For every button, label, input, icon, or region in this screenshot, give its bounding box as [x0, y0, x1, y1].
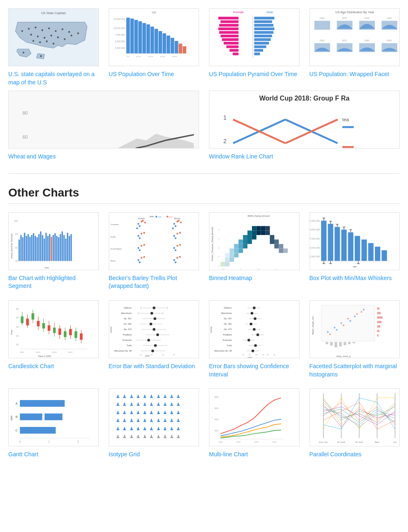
chart-item-us-population-wrapped[interactable]: US Age Distribution By Year 1850 1870 19… — [310, 8, 400, 86]
chart-item-us-population-pyramid[interactable]: Female Male — [209, 8, 300, 86]
svg-rect-120 — [342, 126, 354, 128]
svg-rect-305 — [26, 319, 29, 325]
chart-item-wheat-wages[interactable]: 80 60 40 20 1565 1650 1760 Wheat and Wag… — [8, 91, 199, 161]
svg-text:♟: ♟ — [143, 410, 147, 415]
svg-point-175 — [142, 220, 144, 221]
svg-rect-81 — [314, 21, 330, 30]
svg-rect-247 — [261, 226, 265, 230]
svg-text:Svansota: Svansota — [223, 339, 232, 341]
svg-rect-274 — [361, 240, 367, 261]
svg-text:7,500,000: 7,500,000 — [115, 34, 125, 36]
svg-text:♟: ♟ — [129, 434, 133, 439]
svg-text:variety: variety — [110, 326, 112, 333]
svg-text:♟: ♟ — [129, 426, 133, 431]
chart-item-us-state-capitals[interactable]: US State Capitals — [8, 8, 99, 86]
chart-title-us-population-time[interactable]: US Population Over Time — [109, 70, 199, 79]
chart-item-gantt[interactable]: A B C task 0 1 2 Gantt Chart — [8, 388, 99, 459]
chart-title-candlestick[interactable]: Candlestick Chart — [8, 362, 99, 371]
svg-point-181 — [178, 220, 179, 221]
chart-title-wheat-wages[interactable]: Wheat and Wages — [8, 153, 199, 161]
svg-text:Date in 2009: Date in 2009 — [38, 355, 51, 357]
chart-title-multi-line[interactable]: Multi-line Chart — [209, 451, 300, 459]
svg-rect-158 — [62, 231, 63, 261]
svg-rect-434 — [377, 334, 378, 336]
svg-text:30: 30 — [262, 354, 264, 356]
svg-text:10,000,000: 10,000,000 — [113, 27, 125, 29]
svg-text:Glabron: Glabron — [224, 307, 232, 309]
chart-title-bar-highlighted[interactable]: Bar Chart with Highlighted Segment — [8, 274, 99, 290]
svg-rect-67 — [254, 20, 272, 23]
chart-title-parallel-coords[interactable]: Parallel Coordinates — [310, 451, 400, 459]
svg-text:2002: 2002 — [237, 441, 241, 443]
svg-text:2: 2 — [77, 440, 79, 443]
chart-item-parallel-coords[interactable]: body_mass bill_length bill_depth flipper… — [310, 388, 400, 459]
chart-item-isotype[interactable]: ♟ ♟ ♟ ♟ ♟ ♟ ♟ ♟ ♟ ♟ ♟ ♟ ♟ ♟ ♟ ♟ ♟ ♟ ♟ ♟ — [109, 388, 199, 459]
chart-item-us-population-time[interactable]: age 12,500,000 10,000,000 7,500,000 5,00… — [109, 8, 199, 86]
chart-title-error-bar-ci[interactable]: Error Bars showing Confidence Interval — [209, 362, 300, 379]
svg-point-176 — [136, 228, 137, 229]
svg-text:20: 20 — [16, 326, 19, 328]
chart-item-candlestick[interactable]: 30 25 20 15 10 — [8, 300, 99, 379]
chart-title-facetted-scatter[interactable]: Facetted Scatterplot with marginal histo… — [310, 362, 400, 379]
chart-item-error-bar-std[interactable]: Glabron Manchuria No. 457 No. 462 No. 47… — [109, 300, 199, 379]
svg-text:Manchuria: Manchuria — [121, 312, 131, 314]
chart-item-multi-line[interactable]: 800 600 400 200 2000 2002 2006 2010 — [209, 388, 300, 459]
svg-rect-75 — [254, 49, 263, 51]
svg-point-17 — [39, 41, 41, 43]
chart-title-box-plot[interactable]: Box Plot with Min/Max Whiskers — [310, 274, 400, 283]
svg-text:♟: ♟ — [136, 434, 140, 439]
chart-title-gantt[interactable]: Gantt Chart — [8, 451, 99, 459]
chart-title-binned-heatmap[interactable]: Binned Heatmap — [209, 274, 300, 283]
chart-item-error-bar-ci[interactable]: Glabron Manchuria No. 457 No. 462 No. 47… — [209, 300, 300, 379]
svg-rect-235 — [243, 244, 247, 249]
chart-title-error-bar-std[interactable]: Error Bar with Standard Deviation — [109, 362, 199, 371]
svg-text:♟: ♟ — [143, 434, 147, 439]
svg-text:♟: ♟ — [149, 426, 154, 431]
svg-text:♟: ♟ — [170, 394, 174, 399]
chart-item-window-rank[interactable]: World Cup 2018: Group F Ra 1 2 3 4 rank … — [209, 91, 400, 161]
svg-text:30: 30 — [16, 308, 19, 310]
svg-rect-241 — [252, 235, 257, 240]
chart-title-window-rank[interactable]: Window Rank Line Chart — [209, 153, 400, 161]
svg-rect-258 — [283, 248, 288, 253]
svg-point-190 — [175, 237, 176, 239]
svg-rect-268 — [321, 220, 326, 261]
chart-title-us-population-wrapped[interactable]: US Population: Wrapped Facet — [310, 70, 400, 79]
svg-text:80: 80 — [15, 233, 18, 235]
chart-thumb-multi-line: 800 600 400 200 2000 2002 2006 2010 — [209, 388, 300, 446]
svg-point-209 — [155, 216, 157, 217]
svg-text:variety: variety — [210, 326, 212, 333]
svg-rect-307 — [31, 313, 34, 319]
svg-rect-155 — [56, 236, 58, 261]
chart-item-bar-highlighted[interactable]: 100 80 60 40 — [8, 212, 99, 290]
svg-rect-231 — [225, 253, 230, 257]
svg-rect-248 — [257, 226, 261, 230]
svg-text:1: 1 — [223, 115, 227, 121]
svg-rect-256 — [279, 244, 283, 249]
chart-title-us-population-pyramid[interactable]: US Population Pyramid Over Time — [209, 70, 300, 79]
svg-point-356 — [147, 339, 150, 341]
chart-item-binned-heatmap[interactable]: -4 -2 0 2 4 -2.5 0 2.5 5 — [209, 212, 300, 290]
svg-rect-254 — [274, 240, 279, 244]
svg-rect-148 — [43, 239, 45, 261]
svg-rect-156 — [58, 237, 59, 261]
svg-point-14 — [64, 38, 65, 40]
svg-text:♟: ♟ — [176, 426, 180, 431]
svg-rect-32 — [130, 19, 134, 53]
svg-text:♟: ♟ — [176, 434, 180, 439]
svg-point-189 — [176, 232, 178, 234]
chart-item-box-plot[interactable]: 12,500,000 10,000,000 7,500,000 5,000,00… — [310, 212, 400, 290]
chart-title-us-state-capitals[interactable]: U.S. state capitals overlayed on a map o… — [8, 70, 99, 86]
svg-text:Manchuria: Manchuria — [221, 312, 232, 314]
chart-item-beckers-barley[interactable]: Crookston Duluth Grand Rapids Morris — [109, 212, 199, 290]
svg-rect-443 — [20, 414, 42, 420]
chart-title-isotype[interactable]: Isotype Grid — [109, 451, 199, 459]
svg-text:2000: 2000 — [386, 39, 391, 42]
svg-rect-74 — [254, 46, 266, 48]
chart-title-beckers-barley[interactable]: Becker's Barley Trellis Plot (wrapped fa… — [109, 274, 199, 290]
chart-thumb-gantt: A B C task 0 1 2 — [8, 388, 99, 446]
svg-rect-43 — [175, 41, 178, 53]
svg-rect-275 — [368, 243, 373, 261]
chart-item-facetted-scatter[interactable]: body_mass_g flipper_length_mm Facetted S… — [310, 300, 400, 379]
chart-thumb-us-population-wrapped: US Age Distribution By Year 1850 1870 19… — [310, 8, 400, 66]
